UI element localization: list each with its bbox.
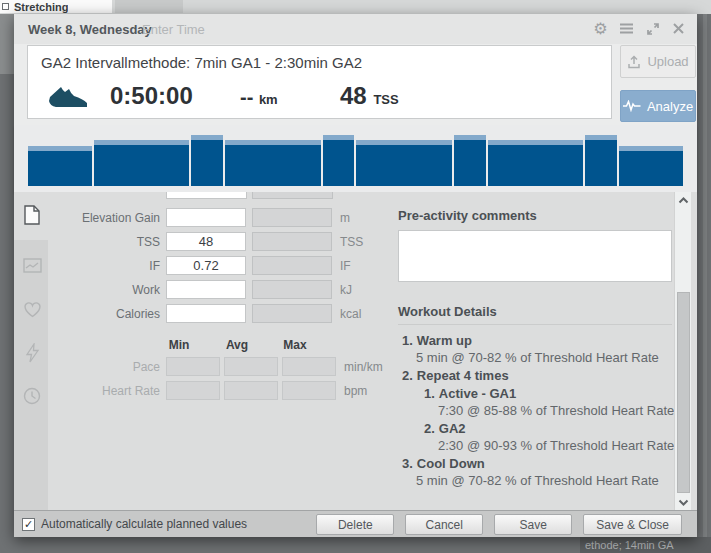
scrollbar-thumb[interactable] [677,292,690,493]
delete-button[interactable]: Delete [316,514,394,535]
tss-number: 48 [340,82,367,109]
chart-bar-body [323,140,355,186]
chart-bar-warm-up[interactable] [28,146,92,186]
field-unit: kcal [340,307,361,321]
chart-bar-ga2[interactable] [585,135,617,186]
menu-icon[interactable] [618,20,635,37]
auto-calc-label: Automatically calculate planned values [41,517,247,531]
field-unit: TSS [340,235,363,249]
chart-bar-body [94,145,190,186]
stats-input [224,381,278,400]
chart-bar-active-ga1[interactable] [488,140,584,186]
tss-value: 48 TSS [340,82,399,110]
completed-input [252,280,332,299]
pre-activity-comments-input[interactable] [398,230,672,282]
upload-label: Upload [647,54,688,69]
chart-bar-body [356,145,452,186]
header-icons: ⚙ [592,20,687,37]
planned-input[interactable] [166,232,246,251]
step-number: 1. [402,333,413,348]
chart-bar-active-ga1[interactable] [225,140,321,186]
step-number: 2. [402,368,413,383]
field-label: Elevation Gain [82,211,160,225]
cancel-button[interactable]: Cancel [405,514,483,535]
workout-details-divider [398,324,672,325]
field-label: TSS [137,235,160,249]
step-title: 2.Repeat 4 times [402,367,682,384]
chart-bar-ga2[interactable] [191,135,223,186]
planned-input[interactable] [166,280,246,299]
dialog-body: Elevation GainmTSSTSSIFIFWorkkJCaloriesk… [14,192,697,510]
step-number: 2. [424,421,435,436]
enter-time-link[interactable]: Enter Time [142,22,205,37]
chart-bar-body [225,145,321,186]
auto-calc-checkbox[interactable]: ✓ Automatically calculate planned values [22,517,247,531]
workout-structure-chart[interactable] [14,125,697,192]
dialog-header: Week 8, Wednesday Enter Time ⚙ [14,14,697,44]
workout-title: GA2 Intervallmethode: 7min GA1 - 2:30min… [41,54,362,71]
chart-bar-body [488,145,584,186]
stats-label: Heart Rate [102,384,160,398]
workout-step-cool-down: 3.Cool Down5 min @ 70-82 % of Threshold … [402,455,682,489]
planned-input[interactable] [166,256,246,275]
workout-step-warm-up: 1.Warm up5 min @ 70-82 % of Threshold He… [402,332,682,366]
background-checkbox [2,3,9,10]
step-name: Warm up [417,333,472,348]
stats-header-max: Max [268,338,322,352]
field-label: Work [132,283,160,297]
background-workout-row: Stretching [0,0,112,13]
stats-header-min: Min [152,338,206,352]
upload-button[interactable]: Upload [620,45,696,78]
save-button[interactable]: Save [494,514,572,535]
expand-icon[interactable] [644,20,661,37]
scroll-down-arrow[interactable] [675,494,692,510]
workout-details-list: 1.Warm up5 min @ 70-82 % of Threshold He… [402,332,682,490]
gear-icon[interactable]: ⚙ [592,20,609,37]
chart-bar-ga2[interactable] [323,135,355,186]
step-name: Active - GA1 [439,386,516,401]
stats-unit: bpm [344,384,367,398]
field-label: Calories [116,307,160,321]
step-detail: 2:30 @ 90-93 % of Threshold Heart Rate [438,437,682,454]
completed-input [252,208,332,227]
workout-summary-card: GA2 Intervallmethode: 7min GA1 - 2:30min… [27,45,612,119]
chart-bar-cool-down[interactable] [619,146,683,186]
pre-activity-comments-title: Pre-activity comments [398,208,537,223]
upload-icon [627,55,641,69]
background-workout-fragment: ethode; 14min GA [585,539,674,551]
chart-bar-body [191,140,223,186]
chart-bar-body [619,151,683,186]
chart-bar-body [585,140,617,186]
planned-input[interactable] [166,304,246,323]
stats-input [166,381,220,400]
scrollbar[interactable] [674,192,691,510]
chart-bar-ga2[interactable] [454,135,486,186]
stats-input [282,381,336,400]
dialog-title: Week 8, Wednesday [28,22,152,37]
step-detail: 5 min @ 70-82 % of Threshold Heart Rate [416,349,682,366]
chart-bar-active-ga1[interactable] [356,140,452,186]
step-name: Cool Down [417,456,485,471]
field-label: IF [149,259,160,273]
checkbox-checked-icon[interactable]: ✓ [22,518,35,531]
stats-header-avg: Avg [210,338,264,352]
save-close-button[interactable]: Save & Close [583,514,682,535]
planned-input[interactable] [166,208,246,227]
distance-value: -- km [240,86,278,109]
analyze-label: Analyze [647,99,693,114]
chart-bar-active-ga1[interactable] [94,140,190,186]
completed-input [252,256,332,275]
field-unit: IF [340,259,351,273]
scroll-up-arrow[interactable] [675,192,692,208]
workout-step-ga2: 2.GA22:30 @ 90-93 % of Threshold Heart R… [424,420,682,454]
form-row-calories: Calorieskcal [14,304,697,324]
field-unit: m [340,211,350,225]
chart-bar-body [454,140,486,186]
close-icon[interactable] [670,20,687,37]
background-tab [115,0,183,13]
analyze-button[interactable]: Analyze [620,90,696,122]
step-title: 2.GA2 [424,420,682,437]
background-workout-label: Stretching [14,1,68,13]
step-number: 3. [402,456,413,471]
screen: Stretching ethode; 14min GA Week 8, Wedn… [0,0,711,553]
